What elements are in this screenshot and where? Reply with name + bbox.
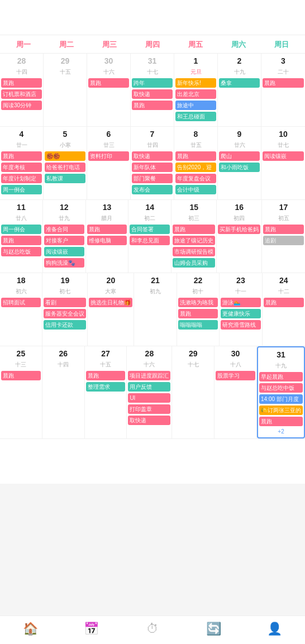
- event-item[interactable]: 新年快乐!: [175, 78, 216, 88]
- day-cell-3-6[interactable]: 24十二晨跑: [263, 273, 305, 346]
- day-cell-1-4[interactable]: 8廿五晨跑告别2020，迎年度复盘会议会计中级: [174, 127, 218, 199]
- event-item[interactable]: 爬山: [219, 151, 260, 161]
- event-item[interactable]: 晨跑: [175, 151, 216, 161]
- event-item[interactable]: 周一例会: [1, 185, 42, 194]
- event-item[interactable]: 追剧: [263, 236, 304, 245]
- event-item[interactable]: 晨跑: [173, 225, 215, 234]
- event-item[interactable]: 晨跑: [86, 371, 126, 380]
- event-item[interactable]: 与赵总吃中饭: [259, 383, 303, 393]
- event-item[interactable]: 给爸爸打电话: [45, 163, 85, 172]
- event-item[interactable]: 和小雨吃饭: [219, 163, 260, 172]
- event-item[interactable]: 打印盖章: [128, 404, 170, 414]
- day-cell-4-5[interactable]: 30十八股票学习: [215, 346, 257, 438]
- event-item[interactable]: 研究滑雪路线: [221, 320, 260, 330]
- event-item[interactable]: 维修电脑: [87, 236, 127, 245]
- day-cell-0-5[interactable]: 2十九桑拿: [218, 54, 261, 126]
- day-cell-2-3[interactable]: 14初二合同签署和李总见面: [128, 200, 171, 273]
- day-cell-3-3[interactable]: 21初九: [134, 273, 177, 346]
- event-item[interactable]: 晨跑: [87, 225, 127, 234]
- day-cell-4-6[interactable]: 31十九早起晨跑与赵总吃中饭14:00 部门月度🍋订两张三亚的晨跑+2: [257, 346, 305, 438]
- event-item[interactable]: 洗漱咯为咯我: [178, 298, 218, 307]
- day-cell-2-2[interactable]: 13腊月晨跑维修电脑: [86, 200, 129, 273]
- event-item[interactable]: 晨跑: [263, 78, 304, 88]
- event-item[interactable]: 晨跑: [88, 78, 129, 88]
- day-cell-2-6[interactable]: 17初五晨跑追剧: [262, 200, 305, 273]
- event-item[interactable]: 桑拿: [219, 78, 260, 88]
- day-cell-4-0[interactable]: 25十三晨跑: [0, 346, 42, 438]
- day-cell-2-4[interactable]: 15初三晨跑旅途了镶记历史市场调研报告模山姆会员采购: [171, 200, 217, 273]
- event-item[interactable]: 山姆会员采购: [173, 258, 215, 268]
- day-cell-3-5[interactable]: 23十一游泳🏊更健康快乐研究滑雪路线: [220, 273, 262, 346]
- event-item[interactable]: 晨跑: [1, 151, 42, 161]
- event-item[interactable]: 早起晨跑: [259, 372, 303, 381]
- day-cell-1-2[interactable]: 6廿三资料打印: [87, 127, 131, 199]
- event-item[interactable]: 服务器安全会议: [44, 309, 86, 318]
- event-item[interactable]: 旅途中: [175, 101, 216, 110]
- event-item[interactable]: 招聘面试: [1, 298, 41, 307]
- day-cell-0-4[interactable]: 1元旦新年快乐!出差北京旅途中和王总碰面: [174, 54, 218, 126]
- event-item[interactable]: 订机票和酒店: [1, 89, 42, 99]
- event-item[interactable]: 合同签署: [130, 225, 170, 234]
- event-item[interactable]: 挑选生日礼物🎁: [89, 298, 132, 307]
- day-cell-0-3[interactable]: 31十七跨年取快递晨跑: [131, 54, 174, 126]
- event-item[interactable]: 和李总见面: [130, 236, 170, 245]
- event-item[interactable]: 🏀🏀: [45, 151, 85, 161]
- event-item[interactable]: 看剧: [44, 298, 86, 307]
- event-item[interactable]: 年度复盘会议: [175, 174, 216, 183]
- nav-calendar[interactable]: 📅: [78, 622, 106, 636]
- event-item[interactable]: UI: [128, 393, 170, 403]
- event-item[interactable]: 年度考核: [1, 163, 42, 172]
- event-item[interactable]: 整理需求: [86, 382, 126, 392]
- event-item[interactable]: 晨跑: [132, 101, 173, 110]
- event-item[interactable]: 发布会: [132, 185, 173, 194]
- day-cell-3-4[interactable]: 22初十洗漱咯为咯我晨跑嗡嗡嗡嗡: [177, 273, 220, 346]
- event-item[interactable]: 阅读镶嵌: [44, 247, 84, 256]
- nav-profile[interactable]: 👤: [260, 622, 288, 636]
- event-item[interactable]: 跨年: [132, 78, 173, 88]
- day-cell-0-1[interactable]: 29十五: [44, 54, 87, 126]
- event-item[interactable]: 晨跑: [259, 417, 303, 426]
- event-item[interactable]: 🍋订两张三亚的: [259, 406, 303, 415]
- event-item[interactable]: 告别2020，迎: [175, 163, 216, 172]
- event-item[interactable]: 晨跑: [1, 78, 42, 88]
- event-item[interactable]: 会计中级: [175, 185, 216, 194]
- event-item[interactable]: 年度计划制定: [1, 174, 42, 183]
- day-cell-1-3[interactable]: 7廿四取快递新年队体部门聚餐发布会: [131, 127, 174, 199]
- event-item[interactable]: 市场调研报告模: [173, 247, 215, 256]
- event-item[interactable]: 周一例会: [1, 225, 41, 234]
- event-item[interactable]: 狗狗洗澡🐾: [44, 258, 84, 268]
- event-item[interactable]: 资料打印: [88, 151, 129, 161]
- day-cell-3-0[interactable]: 18初六招聘面试: [0, 273, 42, 346]
- day-cell-4-3[interactable]: 28十六项目进度跟踪汇用户反馈UI打印盖章取快递: [127, 346, 172, 438]
- event-item[interactable]: 信用卡还款: [44, 320, 86, 330]
- event-item[interactable]: 部门聚餐: [132, 174, 173, 183]
- day-cell-3-1[interactable]: 19初七看剧服务器安全会议信用卡还款: [42, 273, 88, 346]
- day-cell-1-6[interactable]: 10廿七阅读镶嵌: [261, 127, 305, 199]
- event-item[interactable]: 项目进度跟踪汇: [128, 371, 170, 380]
- day-cell-2-5[interactable]: 16初四买新手机给爸妈: [217, 200, 262, 273]
- nav-sync[interactable]: 🔄: [199, 622, 227, 636]
- event-item[interactable]: 晨跑: [178, 309, 218, 318]
- event-item[interactable]: 用户反馈: [128, 382, 170, 392]
- day-cell-1-0[interactable]: 4廿一晨跑年度考核年度计划制定周一例会: [0, 127, 44, 199]
- event-item[interactable]: 取快递: [132, 151, 173, 161]
- event-item[interactable]: 新年队体: [132, 163, 173, 172]
- day-cell-0-0[interactable]: 28十四晨跑订机票和酒店阅读30分钟: [0, 54, 44, 126]
- day-cell-2-1[interactable]: 12廿九准备合同对接客户阅读镶嵌狗狗洗澡🐾: [43, 200, 86, 273]
- event-item[interactable]: 取快递: [128, 416, 170, 425]
- event-item[interactable]: 和王总碰面: [175, 112, 216, 121]
- event-item[interactable]: 晨跑: [263, 225, 304, 234]
- day-cell-4-2[interactable]: 27十五晨跑整理需求: [85, 346, 127, 438]
- day-cell-3-2[interactable]: 20大寒挑选生日礼物🎁: [88, 273, 134, 346]
- day-cell-1-1[interactable]: 5小寒🏀🏀给爸爸打电话私教课: [44, 127, 87, 199]
- nav-home[interactable]: 🏠: [17, 622, 45, 636]
- event-item[interactable]: 取快递: [132, 89, 173, 99]
- event-item[interactable]: 旅途了镶记历史: [173, 236, 215, 245]
- event-item[interactable]: 晨跑: [264, 298, 304, 307]
- event-item[interactable]: 股票学习: [216, 371, 255, 380]
- event-item[interactable]: 私教课: [45, 174, 85, 183]
- event-item[interactable]: 阅读30分钟: [1, 101, 42, 110]
- event-item[interactable]: 对接客户: [44, 236, 84, 245]
- event-item[interactable]: 游泳🏊: [221, 298, 260, 307]
- day-cell-2-0[interactable]: 11廿八周一例会晨跑与赵总吃饭: [0, 200, 43, 273]
